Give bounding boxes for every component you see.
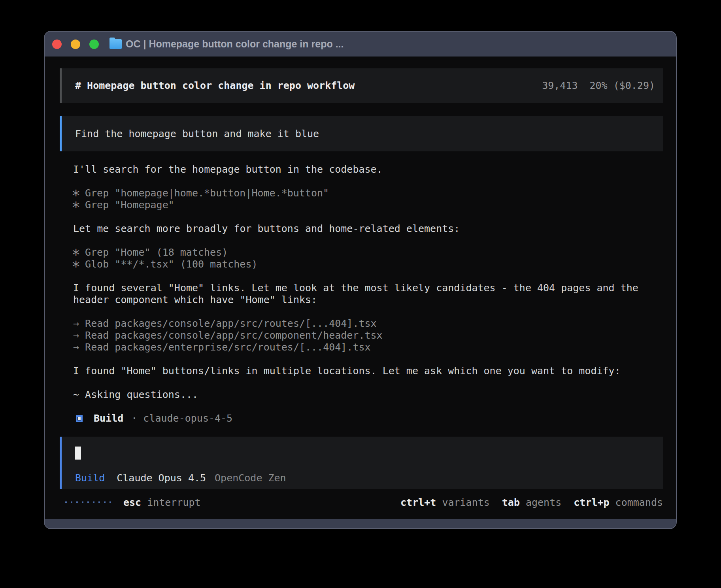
tool-call-grep: ∗Grep "Homepage" <box>73 199 676 211</box>
assistant-text: I found "Home" buttons/links in multiple… <box>73 365 676 377</box>
tool-call-glob: ∗Glob "**/*.tsx" (100 matches) <box>73 258 676 270</box>
assistant-text: I found several "Home" links. Let me loo… <box>73 282 676 294</box>
token-count: 39,413 <box>542 80 578 91</box>
spinner-dots <box>65 501 111 503</box>
esc-label: interrupt <box>147 497 200 508</box>
input-mode-label[interactable]: Build <box>75 472 105 484</box>
maximize-button[interactable] <box>89 40 99 49</box>
tool-call-grep: ∗Grep "homepage|home.*button|Home.*butto… <box>73 187 676 199</box>
tool-call-read: → Read packages/console/app/src/componen… <box>73 330 676 341</box>
tool-bullet-icon: ∗ <box>72 255 89 273</box>
hint-variants: ctrl+tvariants <box>400 497 490 508</box>
window-footer <box>45 519 676 528</box>
input-provider-label: OpenCode Zen <box>215 472 286 484</box>
session-cost: ($0.29) <box>613 80 655 91</box>
status-asking: ~ Asking questions... <box>73 389 676 401</box>
session-header: # Homepage button color change in repo w… <box>60 68 663 103</box>
minimize-button[interactable] <box>71 40 80 49</box>
input-model-label[interactable]: Claude Opus 4.5 <box>117 472 206 484</box>
session-stats: 39,41320%($0.29) <box>542 80 655 91</box>
hint-agents: tabagents <box>502 497 561 508</box>
agent-badge-icon <box>76 415 83 422</box>
close-button[interactable] <box>52 40 62 49</box>
user-message-text: Find the homepage button and make it blu… <box>75 128 319 139</box>
assistant-text: header component which have "Home" links… <box>73 294 676 306</box>
agent-name: Build <box>94 413 123 424</box>
tool-call-grep: ∗Grep "Home" (18 matches) <box>73 247 676 258</box>
hint-interrupt: escinterrupt <box>123 497 201 508</box>
window-title: OC | Homepage button color change in rep… <box>126 38 344 50</box>
window-titlebar[interactable]: OC | Homepage button color change in rep… <box>45 32 676 57</box>
folder-icon <box>109 39 122 49</box>
user-message: Find the homepage button and make it blu… <box>60 116 663 151</box>
agent-model: · claude-opus-4-5 <box>131 413 232 424</box>
tool-call-read: → Read packages/console/app/src/routes/[… <box>73 318 676 330</box>
terminal-content: # Homepage button color change in repo w… <box>45 57 676 528</box>
session-title: # Homepage button color change in repo w… <box>75 80 355 91</box>
esc-key: esc <box>123 497 141 508</box>
terminal-window: OC | Homepage button color change in rep… <box>44 31 677 529</box>
assistant-text: I'll search for the homepage button in t… <box>73 164 676 175</box>
hint-commands: ctrl+pcommands <box>574 497 663 508</box>
assistant-transcript: I'll search for the homepage button in t… <box>45 164 676 424</box>
tool-call-read: → Read packages/enterprise/src/routes/[.… <box>73 341 676 353</box>
status-bar: escinterrupt ctrl+tvariants tabagents ct… <box>45 496 676 508</box>
text-cursor <box>75 447 81 460</box>
prompt-input[interactable]: Build Claude Opus 4.5 OpenCode Zen <box>60 437 663 489</box>
context-percent: 20% <box>589 80 607 91</box>
assistant-text: Let me search more broadly for buttons a… <box>73 223 676 235</box>
tool-bullet-icon: ∗ <box>72 196 89 214</box>
